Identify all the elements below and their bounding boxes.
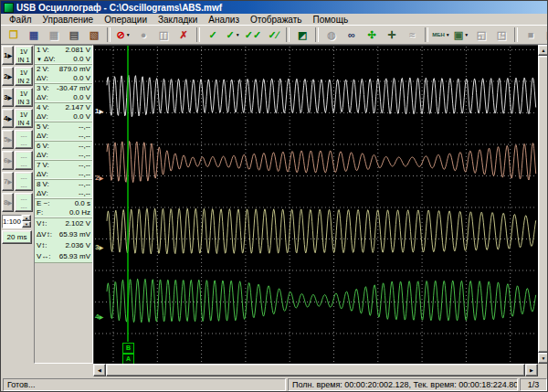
cursor-measure-value: 2.036 V bbox=[65, 240, 90, 251]
menu-view[interactable]: Отображать bbox=[245, 15, 307, 25]
export-image-button[interactable]: ▧ bbox=[84, 26, 104, 43]
save-file-button[interactable]: ▦ bbox=[24, 26, 44, 43]
cursor-measure-label: V↔: bbox=[37, 251, 51, 262]
channel-input-label: IN 1 bbox=[16, 56, 32, 64]
measure-channel-number: 5 bbox=[37, 122, 40, 132]
delete-marker-button[interactable]: ✗ bbox=[174, 26, 194, 43]
horizontal-scrollbar[interactable]: ◀▶ bbox=[93, 364, 538, 376]
save-file-icon: ▦ bbox=[29, 29, 38, 41]
invert-screen-button[interactable]: ◩ bbox=[292, 26, 312, 43]
channel-1-input-button[interactable]: 1VIN 1 bbox=[15, 46, 33, 65]
scroll-left-button[interactable]: ◀ bbox=[93, 364, 106, 376]
channel-3-arrow-button[interactable]: 3▶ bbox=[2, 88, 14, 107]
menu-analysis[interactable]: Анализ bbox=[203, 15, 245, 25]
open-file-button[interactable]: ❒ bbox=[4, 26, 24, 43]
voltage-label: V: bbox=[42, 46, 48, 55]
cursor-measure-value: 65.93 mV bbox=[59, 229, 90, 240]
probe-arrows-button[interactable]: ✣ bbox=[362, 26, 382, 43]
accept-skip-button[interactable]: ✓∕ bbox=[263, 26, 283, 43]
spin-down-button[interactable]: ▼ bbox=[22, 221, 31, 228]
voltage-value: 879.0 mV bbox=[59, 65, 90, 74]
window-title: USB Осциллограф - C:\Oscillograms\ABS.mw… bbox=[16, 3, 222, 13]
horizontal-scroll-thumb[interactable] bbox=[106, 364, 525, 376]
vertical-scroll-thumb[interactable] bbox=[538, 56, 548, 353]
mbn-mode-button[interactable]: МБН▼ bbox=[431, 26, 451, 43]
channel-4-arrow-button[interactable]: 4▶ bbox=[2, 109, 14, 128]
cursor-label-a[interactable]: A bbox=[122, 354, 134, 364]
spin-up-button[interactable]: ▲ bbox=[22, 215, 31, 221]
channel-3-zero-marker[interactable]: 3▶ bbox=[95, 243, 103, 252]
channel-7-row: 7▶------ bbox=[2, 172, 33, 191]
menu-operations[interactable]: Операции bbox=[99, 15, 153, 25]
voltage-value: 2.081 V bbox=[65, 46, 90, 55]
channel-2-zero-marker[interactable]: 2▶ bbox=[95, 174, 103, 183]
channel-7-input-button: ------ bbox=[15, 172, 33, 191]
toolbar: ❒▦▦▤▧⊘▼●◫✗✓✓▼✓✓✓∕◩◍∞✣✛≈МБН▼▣▼◱◳■▨▩? bbox=[1, 26, 547, 45]
waveform-channel-4 bbox=[107, 279, 536, 323]
voltage-value: --,-- bbox=[79, 122, 90, 132]
probe-ratio-field[interactable]: 1:100 bbox=[2, 215, 22, 228]
accept-next-button[interactable]: ✓▼ bbox=[223, 26, 243, 43]
voltage-label: V: bbox=[42, 84, 48, 93]
timebase-button[interactable]: 20 ms bbox=[2, 230, 32, 244]
channel-range-label: 1V bbox=[16, 90, 32, 98]
measure-row-4: 4V:2.147 VΔV:0.0 V bbox=[35, 103, 92, 122]
pause-marker-button: ◫ bbox=[153, 26, 174, 43]
print-button[interactable]: ▤ bbox=[64, 26, 84, 43]
snapshot-button[interactable]: ▣▼ bbox=[451, 26, 471, 43]
probe-ratio-control: 1:100▲▼ bbox=[2, 215, 33, 228]
delta-label: ΔV: bbox=[37, 93, 48, 102]
scroll-down-button[interactable]: ▼ bbox=[538, 353, 548, 364]
menu-help[interactable]: Помощь bbox=[308, 15, 354, 25]
channel-1-arrow-button[interactable]: 1▶ bbox=[2, 46, 14, 65]
accept-skip-icon: ✓∕ bbox=[268, 29, 278, 41]
measure-crosshair-button[interactable]: ✛ bbox=[382, 26, 402, 43]
channel-input-label: IN 4 bbox=[16, 119, 32, 127]
cursor-measure-value: 2.102 V bbox=[65, 218, 90, 229]
delta-label: ΔV: bbox=[37, 189, 48, 198]
scroll-up-button[interactable]: ▲ bbox=[538, 45, 548, 56]
channel-3-input-button[interactable]: 1VIN 3 bbox=[15, 88, 33, 107]
menu-control[interactable]: Управление bbox=[37, 15, 100, 25]
f-label: F: bbox=[37, 208, 43, 217]
stop-acquisition-button[interactable]: ⊘▼ bbox=[113, 26, 133, 43]
accept-button[interactable]: ✓ bbox=[203, 26, 223, 43]
search-button[interactable]: ∞ bbox=[342, 26, 362, 43]
marker-arrow-icon: ▶ bbox=[99, 245, 103, 250]
vertical-scrollbar[interactable]: ▲▼ bbox=[538, 45, 548, 364]
channel-arrow-icon: ▶ bbox=[7, 52, 12, 58]
channel-4-zero-marker[interactable]: 4▶ bbox=[95, 313, 103, 322]
ratio-spinner: ▲▼ bbox=[22, 215, 31, 228]
channel-2-arrow-button[interactable]: 2▶ bbox=[2, 67, 14, 86]
channel-5-input-button: ------ bbox=[15, 130, 33, 149]
search-icon: ∞ bbox=[348, 29, 355, 40]
record-icon: ● bbox=[141, 29, 147, 40]
scope-display[interactable]: 1▶2▶3▶4▶BA bbox=[93, 45, 538, 364]
menu-bar: ФайлУправлениеОперацииЗакладкиАнализОтоб… bbox=[1, 14, 547, 26]
zoom-reset-icon: ◳ bbox=[497, 29, 506, 41]
cursor-measure-label: V↕: bbox=[37, 240, 47, 251]
channel-1-zero-marker[interactable]: 1▶ bbox=[95, 107, 103, 116]
channel-input-label: --- bbox=[16, 140, 32, 148]
menu-bookmarks[interactable]: Закладки bbox=[153, 15, 203, 25]
channel-arrow-icon: ▶ bbox=[7, 115, 12, 122]
accept-all-button[interactable]: ✓✓ bbox=[243, 26, 263, 43]
toolbar-separator bbox=[196, 27, 200, 42]
delta-label: ΔV: bbox=[44, 55, 56, 64]
cursor-measure-line: V↕:2.102 V bbox=[37, 218, 90, 229]
cursor-label-b[interactable]: B bbox=[122, 343, 134, 354]
channel-2-input-button[interactable]: 1VIN 2 bbox=[15, 67, 33, 86]
voltage-label: V: bbox=[42, 103, 48, 112]
channel-6-row: 6▶------ bbox=[2, 151, 33, 170]
channel-arrow-icon: ▶ bbox=[7, 73, 12, 79]
title-bar[interactable]: USB Осциллограф - C:\Oscillograms\ABS.mw… bbox=[1, 1, 547, 14]
marker-arrow-icon: ▶ bbox=[99, 314, 103, 320]
waveform-channel-3 bbox=[107, 208, 536, 254]
measure-channel-number: 1 bbox=[37, 46, 40, 55]
menu-file[interactable]: Файл bbox=[4, 15, 37, 25]
channel-5-arrow-button: 5▶ bbox=[2, 130, 14, 149]
measure-crosshair-icon: ✛ bbox=[387, 29, 395, 41]
scroll-right-button[interactable]: ▶ bbox=[525, 364, 538, 376]
channel-arrow-icon: ▶ bbox=[7, 136, 12, 143]
channel-4-input-button[interactable]: 1VIN 4 bbox=[15, 109, 33, 128]
